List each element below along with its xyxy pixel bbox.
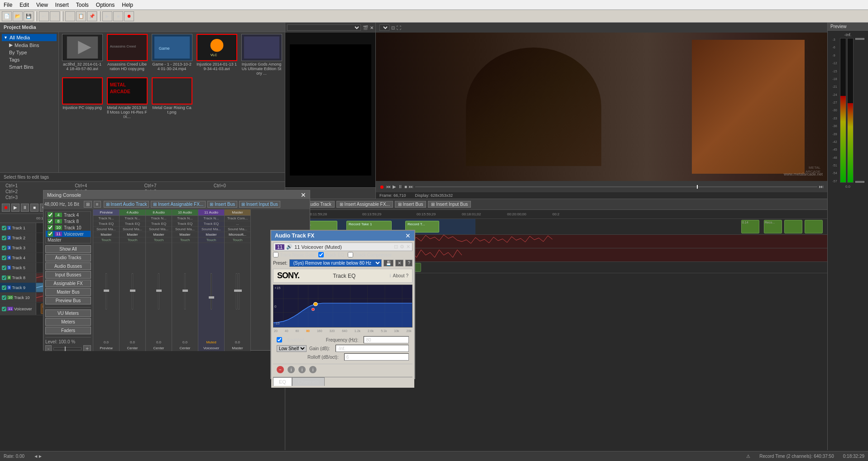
fx-close-icon[interactable]: ✕ bbox=[406, 244, 410, 250]
mixing-insert-bus[interactable]: ⊞ Insert Bus bbox=[207, 201, 237, 208]
vu-meters-btn[interactable]: VU Meters bbox=[45, 309, 91, 317]
tree-smart-bins[interactable]: Smart Bins bbox=[2, 63, 57, 71]
vo-record-clip-5[interactable]: Reco... bbox=[764, 220, 782, 233]
zoom-out-icon[interactable]: - bbox=[45, 345, 52, 351]
ch-name-11[interactable]: Track N... bbox=[198, 216, 224, 221]
menu-insert[interactable]: Insert bbox=[52, 1, 72, 9]
eq-info-icon-3[interactable]: i bbox=[309, 366, 317, 373]
track-eq-checkbox[interactable] bbox=[318, 252, 324, 257]
menu-edit[interactable]: Edit bbox=[16, 1, 33, 9]
fader-8[interactable] bbox=[158, 243, 159, 339]
filter-type-select[interactable]: Low Shelf bbox=[277, 345, 307, 352]
media-item-6[interactable]: METALARCADE Metal Arcade 2013 Will Moss … bbox=[106, 77, 149, 119]
prev-stop-btn[interactable]: ■ bbox=[404, 184, 407, 189]
ch-sound-4[interactable]: Sound Ma... bbox=[120, 227, 145, 232]
menu-file[interactable]: File bbox=[0, 1, 16, 9]
rolloff-input[interactable]: 6 bbox=[344, 353, 409, 361]
open-btn[interactable]: 📂 bbox=[13, 11, 23, 21]
tl-record-btn[interactable]: ⏺ bbox=[2, 204, 10, 212]
ch-touch-8[interactable]: Touch bbox=[146, 238, 172, 243]
about-icon[interactable]: ℹ bbox=[389, 273, 391, 278]
track-3-enable[interactable] bbox=[2, 246, 6, 250]
fx-settings-icon[interactable]: ⚙ bbox=[400, 244, 404, 250]
track-1-enable[interactable] bbox=[2, 226, 6, 230]
input-busses-btn[interactable]: Input Busses bbox=[45, 271, 91, 279]
new-btn[interactable]: 📄 bbox=[2, 11, 12, 21]
shortcut-4[interactable]: Ctrl+4 bbox=[73, 183, 142, 189]
preview-source-select[interactable]: (None) bbox=[287, 24, 361, 31]
copy-btn[interactable]: 📋 bbox=[76, 11, 86, 21]
mix-track-8-enable[interactable] bbox=[48, 219, 53, 224]
prev-rewind-btn[interactable]: ⏮ bbox=[386, 184, 391, 189]
preset-delete-btn[interactable]: ✕ bbox=[395, 260, 403, 266]
ch-name-4[interactable]: Track N... bbox=[120, 216, 145, 221]
media-item-4[interactable]: Injustice Gods Among Us Ultimate Edition… bbox=[240, 34, 283, 76]
ch-sound-master[interactable]: Sound Ma... bbox=[225, 227, 250, 232]
track-5-enable[interactable] bbox=[2, 266, 6, 270]
ch-eq-10[interactable]: Track EQ bbox=[172, 221, 198, 227]
audio-fx-close-btn[interactable]: ✕ bbox=[405, 233, 411, 239]
mix-track-4[interactable]: 4 Track 4 bbox=[46, 212, 91, 218]
preview-bus-btn[interactable]: Preview Bus bbox=[45, 297, 91, 304]
assignable-fx-btn[interactable]: Assignable FX bbox=[45, 280, 91, 287]
prev-pause-btn[interactable]: ⏸ bbox=[398, 184, 403, 189]
ch-eq-4[interactable]: Track EQ bbox=[120, 221, 145, 227]
fader-preview[interactable] bbox=[106, 243, 107, 339]
tree-by-type[interactable]: By Type bbox=[2, 49, 57, 56]
ch-touch-10[interactable]: Touch bbox=[172, 238, 198, 243]
vo-record-clip-4[interactable]: 0.14 bbox=[741, 220, 759, 233]
mixing-insert-fx[interactable]: ⊞ Insert Assignable FX... bbox=[151, 201, 206, 208]
shortcut-1[interactable]: Ctrl+1 bbox=[4, 183, 73, 189]
eq-info-icon-1[interactable]: i bbox=[288, 366, 295, 373]
shortcut-7[interactable]: Ctrl+7 bbox=[143, 183, 212, 189]
preview-fullscreen-icon[interactable]: ⛶ bbox=[397, 25, 401, 30]
eq-tab-eq[interactable]: EQ bbox=[273, 377, 292, 386]
media-item-0[interactable]: ac3lhd_32 2014-01-14 18-49-57-80.avi bbox=[61, 34, 104, 76]
eq-tab-channels[interactable]: Channels bbox=[292, 377, 325, 386]
fx-bypass-icon[interactable]: ⊡ bbox=[394, 244, 398, 250]
preset-select[interactable]: (Sys) Remove low rumble below 80 Hz bbox=[289, 259, 382, 267]
master-bus-btn[interactable]: Master Bus bbox=[45, 288, 91, 296]
mixing-tool-1[interactable]: ⊞ bbox=[84, 201, 92, 208]
mix-track-8[interactable]: 8 Track 8 bbox=[46, 218, 91, 224]
tree-all-media[interactable]: ▼ All Media bbox=[2, 34, 57, 41]
mixing-insert-input-bus[interactable]: ⊞ Insert Input Bus bbox=[239, 201, 280, 208]
record-btn[interactable]: ⏺ bbox=[124, 11, 134, 21]
eq-delete-band-icon[interactable]: − bbox=[277, 366, 284, 373]
vo-record-clip-6[interactable] bbox=[784, 220, 802, 233]
track-4-enable[interactable] bbox=[2, 256, 6, 260]
fader-4[interactable] bbox=[132, 243, 133, 339]
menu-tools[interactable]: Tools bbox=[72, 1, 92, 9]
track-8-enable[interactable] bbox=[2, 276, 6, 280]
insert-bus-btn[interactable]: ⊞ Insert Bus bbox=[395, 201, 427, 208]
tree-tags[interactable]: Tags bbox=[2, 56, 57, 63]
redo-btn[interactable]: ↪ bbox=[50, 11, 60, 21]
preset-save-btn[interactable]: 💾 bbox=[384, 260, 393, 266]
ch-touch-4[interactable]: Touch bbox=[120, 238, 145, 243]
ch-touch-master[interactable]: Touch bbox=[225, 238, 250, 243]
audio-busses-btn[interactable]: Audio Busses bbox=[45, 262, 91, 270]
audio-tracks-btn[interactable]: Audio Tracks bbox=[45, 254, 91, 261]
play-btn[interactable]: ▶ bbox=[102, 11, 112, 21]
ch-eq-master[interactable]: ... bbox=[225, 221, 250, 227]
tree-media-bins[interactable]: ▶ Media Bins bbox=[2, 41, 57, 49]
preset-help-btn[interactable]: ? bbox=[405, 260, 412, 266]
media-item-2[interactable]: Game Game - 1 - 2013-10-24 01-30-24.mp4 bbox=[150, 34, 193, 76]
insert-input-bus-btn[interactable]: ⊞ Insert Input Bus bbox=[428, 201, 471, 208]
shortcut-0[interactable]: Ctrl+0 bbox=[212, 183, 281, 189]
ch-sound-10[interactable]: Sound Ma... bbox=[172, 227, 198, 232]
noise-gate-checkbox[interactable] bbox=[273, 252, 278, 257]
ch-sound-8[interactable]: Sound Ma... bbox=[146, 227, 172, 232]
ch-touch-11[interactable]: Touch bbox=[198, 238, 224, 243]
ch-touch-preview[interactable]: Touch bbox=[93, 238, 119, 243]
ch-name-preview[interactable]: Track N... bbox=[93, 216, 119, 221]
menu-help[interactable]: Help bbox=[118, 1, 137, 9]
tl-stop-btn[interactable]: ■ bbox=[30, 204, 38, 212]
prev-loop-btn[interactable]: ⏭ bbox=[409, 184, 413, 189]
prev-play-btn[interactable]: ▶ bbox=[393, 184, 396, 189]
paste-btn[interactable]: 📌 bbox=[87, 11, 97, 21]
insert-assignable-fx-btn[interactable]: ⊞ Insert Assignable FX... bbox=[336, 201, 393, 208]
mixing-close-btn[interactable]: ✕ bbox=[301, 192, 306, 198]
prev-fwd-end-btn[interactable]: ⏭ bbox=[819, 184, 824, 189]
media-item-3[interactable]: VLC Injustice 2014-01-13 19-34-41-03.avi bbox=[195, 34, 238, 76]
